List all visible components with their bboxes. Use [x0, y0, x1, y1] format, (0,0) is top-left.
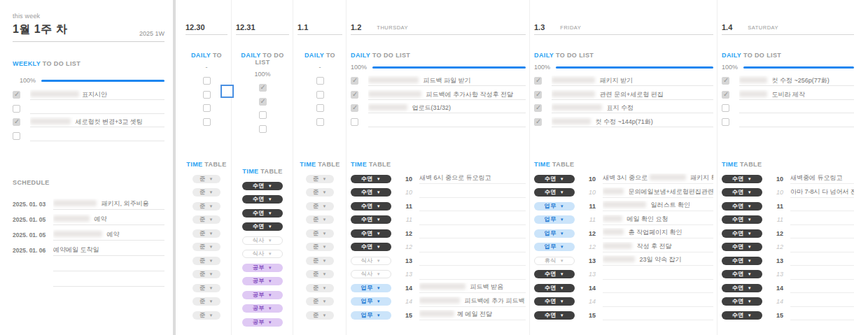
- todo-checkbox[interactable]: [534, 77, 542, 85]
- time-note-line[interactable]: [790, 228, 854, 238]
- category-pill-work[interactable]: 업무▼: [534, 243, 575, 251]
- time-note-line[interactable]: 아마 7-8시 다 넘어서 잔듯: [790, 187, 854, 198]
- schedule-text-line[interactable]: 예약메일 도착일: [53, 245, 164, 256]
- category-pill-sleep[interactable]: 수면▼: [351, 202, 391, 211]
- category-pill-sleep[interactable]: 수면▼: [534, 188, 575, 197]
- category-pill-etc[interactable]: 준▼: [306, 284, 334, 292]
- todo-checkbox[interactable]: [534, 91, 542, 99]
- todo-checkbox[interactable]: [534, 118, 542, 126]
- time-note-line[interactable]: 새벽 6시 중으로 듀오링고: [419, 173, 526, 184]
- todo-text-line[interactable]: [368, 117, 526, 127]
- time-note-line[interactable]: [603, 283, 713, 293]
- time-note-line[interactable]: [790, 255, 854, 266]
- category-pill-study[interactable]: 공부▼: [242, 277, 283, 285]
- category-pill-sleep[interactable]: 수면▼: [351, 229, 391, 238]
- time-note-line[interactable]: [419, 187, 526, 198]
- time-note-line[interactable]: [603, 297, 713, 307]
- todo-text-line[interactable]: [30, 131, 164, 141]
- category-pill-etc[interactable]: 준▼: [306, 215, 334, 224]
- todo-text-line[interactable]: 컷 수정 ~144p(71화): [552, 117, 713, 127]
- category-pill-sleep[interactable]: 수면▼: [722, 202, 762, 211]
- category-pill-work[interactable]: 업무▼: [534, 229, 575, 238]
- todo-text-line[interactable]: 도비라 제작: [739, 90, 854, 100]
- focused-cell-outline[interactable]: [220, 85, 234, 98]
- schedule-text-line[interactable]: [53, 260, 164, 271]
- todo-checkbox[interactable]: [351, 77, 358, 85]
- todo-checkbox[interactable]: [259, 98, 267, 106]
- category-pill-sleep[interactable]: 수면▼: [722, 243, 762, 251]
- todo-checkbox[interactable]: [351, 104, 358, 112]
- category-pill-sleep[interactable]: 수면▼: [242, 195, 283, 204]
- todo-checkbox[interactable]: [722, 91, 729, 99]
- todo-checkbox[interactable]: [259, 111, 267, 119]
- time-note-line[interactable]: [603, 269, 713, 280]
- todo-checkbox[interactable]: [722, 77, 729, 85]
- category-pill-sleep[interactable]: 수면▼: [534, 270, 575, 278]
- category-pill-sleep[interactable]: 수면▼: [722, 215, 762, 224]
- todo-text-line[interactable]: 피드백 파일 받기: [368, 76, 526, 86]
- category-pill-etc[interactable]: 준▼: [306, 243, 334, 251]
- schedule-text-line[interactable]: 패키지, 외주비용: [53, 199, 164, 210]
- category-pill-sleep[interactable]: 수면▼: [722, 188, 762, 197]
- category-pill-sleep[interactable]: 수면▼: [722, 311, 762, 320]
- time-note-line[interactable]: [419, 201, 526, 211]
- todo-checkbox[interactable]: [722, 118, 729, 126]
- category-pill-sleep[interactable]: 수면▼: [351, 188, 391, 197]
- category-pill-etc[interactable]: 준▼: [306, 311, 334, 320]
- category-pill-sleep[interactable]: 수면▼: [351, 215, 391, 224]
- time-note-line[interactable]: [790, 297, 854, 307]
- schedule-text-line[interactable]: 예약: [53, 229, 164, 241]
- category-pill-etc[interactable]: 준▼: [192, 175, 220, 183]
- todo-text-line[interactable]: 표지시안: [30, 90, 164, 100]
- category-pill-sleep[interactable]: 수면▼: [722, 270, 762, 278]
- todo-text-line[interactable]: 세로형컷 변경+3교 셋팅: [30, 117, 164, 127]
- category-pill-etc[interactable]: 준▼: [192, 311, 220, 320]
- category-pill-study[interactable]: 공부▼: [242, 291, 283, 299]
- todo-checkbox[interactable]: [534, 104, 542, 112]
- todo-checkbox[interactable]: [13, 105, 20, 113]
- time-note-line[interactable]: 새벽 3시 중으로 패키지 확인: [603, 173, 713, 184]
- category-pill-sleep[interactable]: 수면▼: [534, 284, 575, 292]
- category-pill-sleep[interactable]: 수면▼: [722, 229, 762, 238]
- todo-text-line[interactable]: [30, 104, 164, 114]
- category-pill-study[interactable]: 공부▼: [242, 264, 283, 272]
- category-pill-sleep[interactable]: 수면▼: [722, 284, 762, 292]
- category-pill-etc[interactable]: 준▼: [192, 188, 220, 197]
- todo-text-line[interactable]: 컷 수정 ~256p(77화): [739, 76, 854, 86]
- todo-checkbox[interactable]: [351, 118, 358, 126]
- time-note-line[interactable]: [419, 215, 526, 225]
- time-note-line[interactable]: [419, 242, 526, 252]
- category-pill-sleep[interactable]: 수면▼: [722, 297, 762, 306]
- category-pill-sleep[interactable]: 수면▼: [351, 243, 391, 251]
- category-pill-sleep[interactable]: 수면▼: [534, 297, 575, 306]
- todo-checkbox[interactable]: [259, 84, 267, 92]
- category-pill-work[interactable]: 업무▼: [351, 284, 391, 292]
- time-note-line[interactable]: 께 메일 전달: [419, 310, 526, 320]
- todo-text-line[interactable]: 패키지 받기: [552, 76, 713, 86]
- todo-checkbox[interactable]: [203, 91, 211, 99]
- time-note-line[interactable]: 피드백 받음: [419, 283, 526, 293]
- category-pill-sleep[interactable]: 수면▼: [242, 182, 283, 190]
- category-pill-sleep[interactable]: 수면▼: [534, 175, 575, 183]
- todo-text-line[interactable]: [739, 103, 854, 113]
- time-note-line[interactable]: [790, 269, 854, 280]
- todo-checkbox[interactable]: [203, 118, 211, 126]
- category-pill-etc[interactable]: 준▼: [192, 270, 220, 278]
- category-pill-meal[interactable]: 식사▼: [351, 270, 391, 278]
- schedule-text-line[interactable]: 예약: [53, 214, 164, 225]
- time-note-line[interactable]: [419, 255, 526, 266]
- category-pill-meal[interactable]: 식사▼: [351, 257, 391, 265]
- category-pill-study[interactable]: 공부▼: [242, 304, 283, 313]
- todo-checkbox[interactable]: [316, 118, 324, 126]
- category-pill-etc[interactable]: 준▼: [306, 202, 334, 211]
- time-note-line[interactable]: [790, 201, 854, 211]
- time-note-line[interactable]: 문의메일보냄+세로형편집관련: [603, 187, 713, 198]
- todo-checkbox[interactable]: [203, 77, 211, 85]
- category-pill-etc[interactable]: 준▼: [306, 229, 334, 238]
- time-note-line[interactable]: 새벽중에 듀오링고: [790, 173, 854, 184]
- time-note-line[interactable]: [790, 215, 854, 225]
- category-pill-etc[interactable]: 준▼: [192, 243, 220, 251]
- category-pill-sleep[interactable]: 수면▼: [242, 209, 283, 218]
- time-note-line[interactable]: [790, 283, 854, 293]
- category-pill-etc[interactable]: 준▼: [306, 188, 334, 197]
